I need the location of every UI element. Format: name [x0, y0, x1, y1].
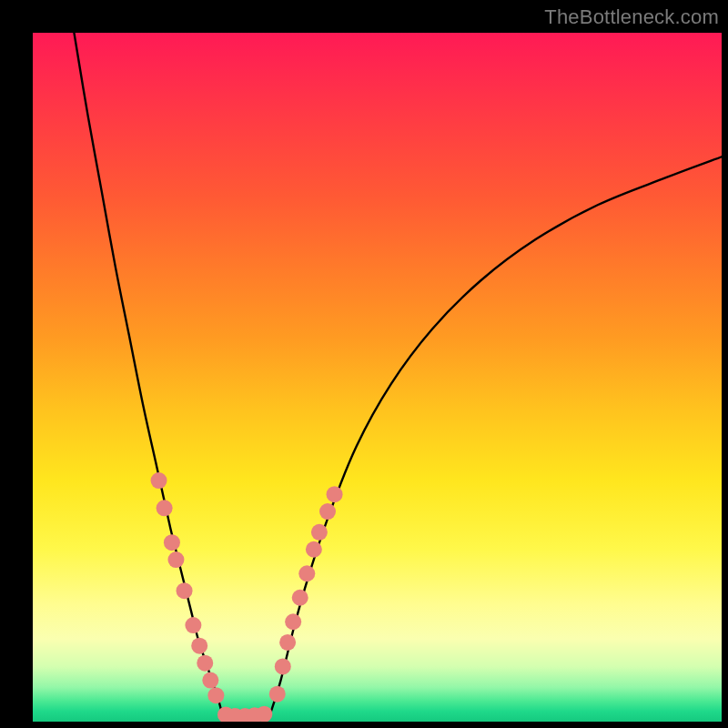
data-dot — [298, 565, 315, 581]
data-dot — [256, 706, 272, 722]
data-dot — [207, 687, 224, 703]
data-dot — [311, 524, 328, 541]
data-dot — [177, 582, 193, 599]
data-dot — [327, 486, 343, 502]
data-dot — [279, 634, 296, 651]
data-dot — [275, 658, 291, 674]
data-dot — [167, 551, 184, 568]
data-dot — [269, 686, 286, 703]
data-dot — [197, 655, 213, 672]
data-dot — [157, 500, 173, 516]
data-dot — [285, 613, 301, 630]
watermark-text: TheBottleneck.com — [544, 5, 719, 29]
chart-frame: TheBottleneck.com — [0, 0, 728, 728]
data-dot — [191, 638, 207, 654]
data-dot — [151, 472, 167, 489]
bottleneck-curve — [74, 33, 722, 719]
data-dot — [164, 534, 180, 551]
chart-svg — [33, 33, 722, 722]
data-dots — [151, 472, 343, 722]
data-dot — [292, 590, 308, 606]
plot-area — [33, 33, 722, 722]
data-dot — [185, 617, 201, 633]
data-dot — [202, 672, 218, 689]
data-dot — [306, 541, 322, 558]
data-dot — [319, 503, 336, 520]
